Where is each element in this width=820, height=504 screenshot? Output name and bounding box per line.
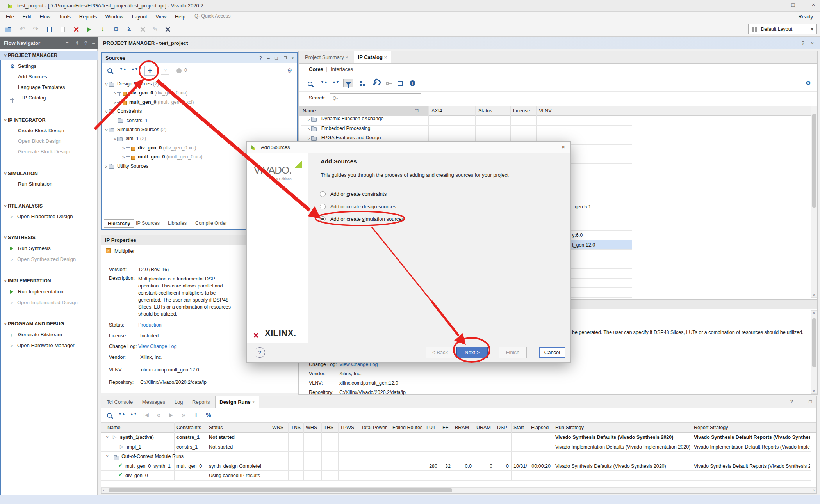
cancel-button[interactable]: Cancel — [539, 347, 565, 358]
tree-row-mult-gen-0[interactable]: >mult_gen_0 (mult_gen_0.xci) — [102, 98, 297, 107]
sidebar-item-run-implementation[interactable]: Run Implementation — [0, 287, 98, 296]
scrollbar-thumb[interactable] — [812, 114, 816, 208]
quick-access-input[interactable]: Q- Quick Access — [194, 13, 253, 21]
next-button[interactable]: Next > — [456, 347, 488, 358]
float-icon[interactable] — [283, 57, 286, 60]
redo-icon[interactable]: ↷ — [30, 25, 41, 34]
run-row-div-gen-0[interactable]: ✔ div_gen_0 Using cached IP results — [101, 471, 811, 481]
col-report-strategy[interactable]: Report Strategy — [694, 423, 745, 432]
save-icon[interactable] — [45, 25, 55, 34]
sidebar-item-run-synthesis[interactable]: Run Synthesis — [0, 244, 98, 253]
help-icon[interactable]: ? — [84, 40, 87, 46]
tree-row-constraints[interactable]: >Constraints — [102, 107, 297, 116]
tab-messages[interactable]: Messages — [138, 396, 169, 408]
col-uram[interactable]: URAM — [476, 423, 494, 432]
col-start[interactable]: Start — [513, 423, 528, 432]
dock-icon[interactable]: ≡ — [66, 40, 69, 46]
collapse-all-icon[interactable]: ▼▲ — [117, 413, 127, 421]
scroll-right-icon[interactable]: › — [813, 488, 815, 492]
tab-ip-sources[interactable]: IP Sources — [136, 220, 160, 226]
help-icon[interactable]: ? — [259, 55, 262, 61]
menu-reports[interactable]: Reports — [76, 12, 101, 21]
close-icon[interactable]: × — [811, 40, 814, 46]
view-change-log-link[interactable]: View Change Log — [138, 342, 209, 351]
radio-icon[interactable] — [320, 204, 326, 209]
run-row-impl-1[interactable]: ▷ impl_1 constrs_1 Not started Vivado Im… — [101, 442, 811, 452]
subtab-interfaces[interactable]: Interfaces — [331, 66, 353, 72]
sidebar-item-open-elaborated-design[interactable]: >Open Elaborated Design — [0, 212, 98, 221]
menu-flow[interactable]: Flow — [36, 12, 54, 21]
radio-icon-selected[interactable] — [320, 216, 326, 222]
sidebar-section-synthesis[interactable]: >SYNTHESIS — [0, 233, 98, 242]
col-dsp[interactable]: DSP — [497, 423, 510, 432]
status-production-link[interactable]: Production — [138, 320, 197, 330]
radio-add-simulation-sources[interactable]: Add or create simulation sources — [320, 216, 404, 222]
tab-log[interactable]: Log — [171, 396, 187, 408]
ip-row[interactable]: > Embedded Processing — [301, 126, 632, 135]
sidebar-section-simulation[interactable]: >SIMULATION — [0, 169, 98, 178]
back-button[interactable]: < Back — [426, 347, 454, 358]
col-bram[interactable]: BRAM — [455, 423, 472, 432]
create-run-plus-icon[interactable]: + — [191, 411, 201, 419]
run-row-mult-gen-0-synth-1[interactable]: ✔ mult_gen_0_synth_1 mult_gen_0 synth_de… — [101, 461, 811, 471]
sidebar-item-generate-bitstream[interactable]: ↓Generate Bitstream — [0, 330, 98, 339]
tab-ip-catalog[interactable]: IP Catalog × — [354, 51, 392, 63]
probe-tool-icon[interactable] — [162, 25, 173, 34]
sidebar-item-create-block-design[interactable]: Create Block Design — [0, 126, 98, 135]
expand-all-icon[interactable]: ▲▼ — [130, 68, 140, 76]
col-failed-routes[interactable]: Failed Routes — [392, 423, 424, 432]
run-row-synth-1[interactable]: > ▷ synth_1 (active) constrs_1 Not start… — [101, 433, 811, 442]
col-name[interactable]: Name — [107, 423, 170, 432]
generate-bitstream-icon[interactable]: ↓ — [98, 25, 108, 34]
tab-reports[interactable]: Reports — [188, 396, 214, 408]
col-wns[interactable]: WNS — [272, 423, 289, 432]
ip-row[interactable]: > Dynamic Function eXchange — [301, 116, 632, 126]
finish-button[interactable]: Finish — [499, 347, 527, 358]
sidebar-section-implementation[interactable]: >IMPLEMENTATION — [0, 276, 98, 286]
copy-icon[interactable] — [58, 25, 68, 34]
scroll-down-icon[interactable]: ∨ — [813, 389, 815, 393]
chip-icon[interactable] — [395, 79, 405, 87]
run-icon[interactable] — [84, 25, 94, 34]
scroll-up-icon[interactable]: ∧ — [813, 311, 815, 315]
tab-project-summary[interactable]: Project Summary × — [301, 51, 352, 64]
sidebar-section-rtl-analysis[interactable]: >RTL ANALYSIS — [0, 201, 98, 211]
close-icon[interactable]: × — [562, 144, 565, 150]
column-header-vlnv[interactable]: VLNV — [539, 106, 570, 115]
sidebar-section-ip-integrator[interactable]: >IP INTEGRATOR — [0, 115, 98, 125]
search-icon[interactable] — [305, 79, 315, 87]
ip-details-scrollbar[interactable]: ∧ ∨ — [811, 310, 817, 394]
gear-icon[interactable]: ⚙ — [287, 67, 292, 74]
menu-tools[interactable]: Tools — [55, 12, 74, 21]
delete-icon[interactable] — [71, 25, 81, 34]
open-project-icon[interactable] — [3, 25, 13, 34]
collapse-all-icon[interactable]: ▼▲ — [118, 68, 128, 76]
maximize-icon[interactable]: □ — [809, 399, 812, 405]
expand-all-icon[interactable]: ▲▼ — [331, 81, 341, 89]
search-icon[interactable] — [105, 66, 115, 75]
sidebar-item-ip-catalog[interactable]: IP Catalog — [0, 93, 98, 103]
minimize-icon[interactable]: – — [267, 55, 269, 61]
sidebar-item-language-templates[interactable]: Language Templates — [0, 83, 98, 92]
col-total-power[interactable]: Total Power — [361, 423, 389, 432]
percent-icon[interactable]: % — [203, 411, 214, 419]
radio-add-constraints[interactable]: Add or create constraints — [320, 191, 387, 197]
expand-collapse-icon[interactable]: ⇕ — [75, 40, 79, 46]
tree-row-simulation-sources[interactable]: >Simulation Sources (2) — [102, 125, 297, 134]
tab-compile-order[interactable]: Compile Order — [195, 220, 227, 226]
dialog-title-bar[interactable]: Add Sources × — [247, 142, 570, 153]
hierarchy-view-icon[interactable] — [357, 79, 367, 87]
tab-design-runs[interactable]: Design Runs × — [215, 396, 259, 408]
layout-selector[interactable]: Default Layout ▾ — [748, 24, 817, 34]
minimize-icon[interactable]: – — [800, 399, 802, 405]
radio-add-design-sources[interactable]: Add or create design sources — [320, 204, 396, 209]
sidebar-item-run-simulation[interactable]: Run Simulation — [0, 179, 98, 189]
col-ff[interactable]: FF — [442, 423, 453, 432]
sidebar-item-add-sources[interactable]: Add Sources — [0, 72, 98, 82]
col-lut[interactable]: LUT — [426, 423, 439, 432]
sigma-report-icon[interactable]: Σ — [124, 25, 134, 34]
filter-icon[interactable] — [343, 79, 353, 87]
col-tpws[interactable]: TPWS — [340, 423, 358, 432]
close-icon[interactable]: × — [808, 2, 818, 8]
add-sources-plus-icon[interactable]: + — [144, 66, 155, 76]
